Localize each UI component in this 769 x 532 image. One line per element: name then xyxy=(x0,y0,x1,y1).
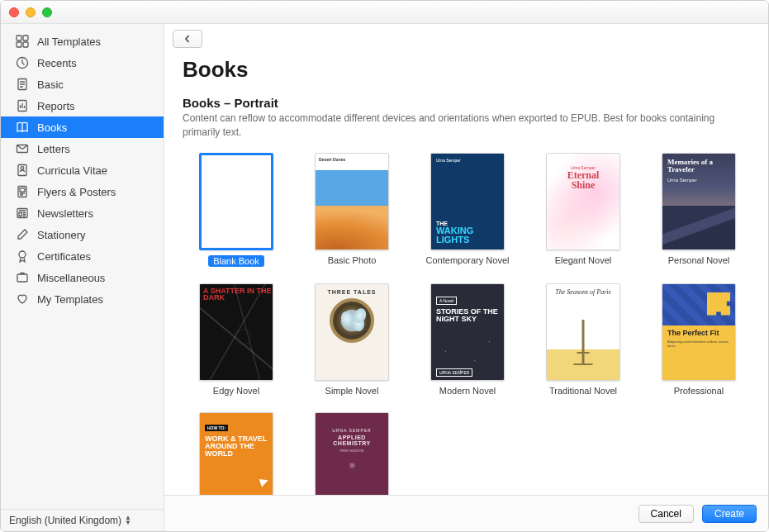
template-edgy-novel[interactable]: A SHATTER IN THE DARK Edgy Novel xyxy=(183,283,290,396)
language-label: English (United Kingdom) xyxy=(9,515,121,526)
sidebar-item-letters[interactable]: Letters xyxy=(1,138,164,159)
close-window-button[interactable] xyxy=(9,7,19,17)
template-personal-novel[interactable]: Memories of a TravelerUrna Semper Person… xyxy=(645,153,752,267)
template-thumbnail: THREE TALES xyxy=(315,283,389,381)
svg-rect-3 xyxy=(23,42,28,47)
template-modern-novel[interactable]: A NovelSTORIES OF THE NIGHT SKYURNA SEMP… xyxy=(414,283,521,396)
template-chooser-window: All Templates Recents Basic Reports Book… xyxy=(0,0,769,532)
sidebar-item-label: Reports xyxy=(37,100,75,112)
sidebar-item-basic[interactable]: Basic xyxy=(1,74,164,95)
template-instructional[interactable]: HOW TO:WORK & TRAVEL AROUND THE WORLDURN… xyxy=(183,412,290,495)
sidebar-item-certificates[interactable]: Certificates xyxy=(1,245,164,267)
template-label: Simple Novel xyxy=(325,386,379,396)
footer: Cancel Create xyxy=(164,495,768,531)
maximize-window-button[interactable] xyxy=(42,7,52,17)
toolbar xyxy=(164,24,768,54)
template-thumbnail: A NovelSTORIES OF THE NIGHT SKYURNA SEMP… xyxy=(430,283,505,381)
popup-arrows-icon: ▲▼ xyxy=(125,515,131,525)
sidebar-item-label: My Templates xyxy=(37,293,103,306)
template-thumbnail: Urna SemperTHEWAKING LIGHTS xyxy=(430,153,505,250)
sidebar-item-label: Curricula Vitae xyxy=(37,164,107,177)
titlebar[interactable] xyxy=(1,1,768,24)
section-title: Books – Portrait xyxy=(183,96,750,110)
sidebar-item-label: Flyers & Posters xyxy=(37,186,116,198)
template-label: Modern Novel xyxy=(439,386,496,396)
template-label: Traditional Novel xyxy=(549,386,617,396)
template-thumbnail: The Perfect FitAdipiscing amet bibendum … xyxy=(662,283,736,381)
sidebar-item-label: Newsletters xyxy=(37,207,93,220)
sidebar-item-label: Books xyxy=(37,121,67,134)
content-scroll[interactable]: Books Books – Portrait Content can reflo… xyxy=(164,54,768,495)
page-title: Books xyxy=(183,57,750,83)
body: All Templates Recents Basic Reports Book… xyxy=(1,24,768,531)
template-label: Personal Novel xyxy=(668,255,730,265)
main: Books Books – Portrait Content can reflo… xyxy=(164,24,768,531)
template-thumbnail: HOW TO:WORK & TRAVEL AROUND THE WORLDURN… xyxy=(199,412,273,495)
sidebar-item-label: Certificates xyxy=(37,250,91,263)
template-grid: Blank Book Desert Dunes Basic Photo Urna… xyxy=(183,153,750,495)
template-thumbnail: The Seasons of Paris xyxy=(546,283,620,381)
template-thumbnail: A SHATTER IN THE DARK xyxy=(199,283,273,381)
sidebar-item-reports[interactable]: Reports xyxy=(1,95,164,116)
svg-rect-11 xyxy=(20,188,25,192)
sidebar-item-recents[interactable]: Recents xyxy=(1,52,164,74)
template-label: Blank Book xyxy=(208,255,264,267)
sidebar-item-my-templates[interactable]: My Templates xyxy=(1,288,164,310)
svg-rect-2 xyxy=(17,42,21,47)
template-label: Basic Photo xyxy=(328,255,377,265)
sidebar-item-cv[interactable]: Curricula Vitae xyxy=(1,159,164,181)
sidebar-item-flyers[interactable]: Flyers & Posters xyxy=(1,181,164,202)
sidebar: All Templates Recents Basic Reports Book… xyxy=(1,24,164,531)
template-thumbnail: URNA SEMPERAPPLIED CHEMISTRYFIRST EDITIO… xyxy=(315,412,389,495)
template-elegant-novel[interactable]: Urna SemperEternalShine Elegant Novel xyxy=(529,153,637,267)
section-description: Content can reflow to accommodate differ… xyxy=(183,112,728,140)
sidebar-list: All Templates Recents Basic Reports Book… xyxy=(1,24,164,509)
template-thumbnail xyxy=(199,153,273,250)
template-basic-photo[interactable]: Desert Dunes Basic Photo xyxy=(298,153,406,267)
svg-rect-14 xyxy=(17,274,27,282)
sidebar-item-misc[interactable]: Miscellaneous xyxy=(1,267,164,288)
template-simple-novel[interactable]: THREE TALES Simple Novel xyxy=(298,283,406,396)
template-professional[interactable]: The Perfect FitAdipiscing amet bibendum … xyxy=(645,283,752,396)
sidebar-item-newsletters[interactable]: Newsletters xyxy=(1,202,164,224)
template-label: Elegant Novel xyxy=(555,255,612,265)
svg-rect-1 xyxy=(23,36,28,40)
language-popup[interactable]: English (United Kingdom) ▲▼ xyxy=(1,509,164,531)
sidebar-item-label: All Templates xyxy=(37,36,101,48)
template-label: Edgy Novel xyxy=(213,386,259,396)
template-thumbnail: Memories of a TravelerUrna Semper xyxy=(662,153,736,250)
sidebar-item-label: Stationery xyxy=(37,229,86,241)
sidebar-item-books[interactable]: Books xyxy=(1,116,164,138)
template-thumbnail: Urna SemperEternalShine xyxy=(546,153,620,250)
svg-point-9 xyxy=(21,167,24,170)
svg-point-13 xyxy=(19,251,26,258)
create-button[interactable]: Create xyxy=(702,505,757,523)
sidebar-item-stationery[interactable]: Stationery xyxy=(1,224,164,245)
sidebar-item-label: Basic xyxy=(37,78,64,91)
svg-rect-0 xyxy=(17,36,21,40)
template-contemporary-novel[interactable]: Urna SemperTHEWAKING LIGHTS Contemporary… xyxy=(414,153,521,267)
sidebar-item-all-templates[interactable]: All Templates xyxy=(1,31,164,52)
template-traditional-novel[interactable]: The Seasons of Paris Traditional Novel xyxy=(529,283,637,396)
template-textbook[interactable]: URNA SEMPERAPPLIED CHEMISTRYFIRST EDITIO… xyxy=(298,412,406,495)
template-label: Professional xyxy=(674,386,724,396)
back-button[interactable] xyxy=(173,30,202,48)
sidebar-item-label: Recents xyxy=(37,57,77,69)
sidebar-item-label: Miscellaneous xyxy=(37,272,105,284)
template-thumbnail: Desert Dunes xyxy=(315,153,389,250)
template-label: Contemporary Novel xyxy=(426,255,510,265)
cancel-button[interactable]: Cancel xyxy=(638,505,694,523)
template-blank-book[interactable]: Blank Book xyxy=(183,153,290,267)
sidebar-item-label: Letters xyxy=(37,143,70,155)
minimize-window-button[interactable] xyxy=(26,7,36,17)
